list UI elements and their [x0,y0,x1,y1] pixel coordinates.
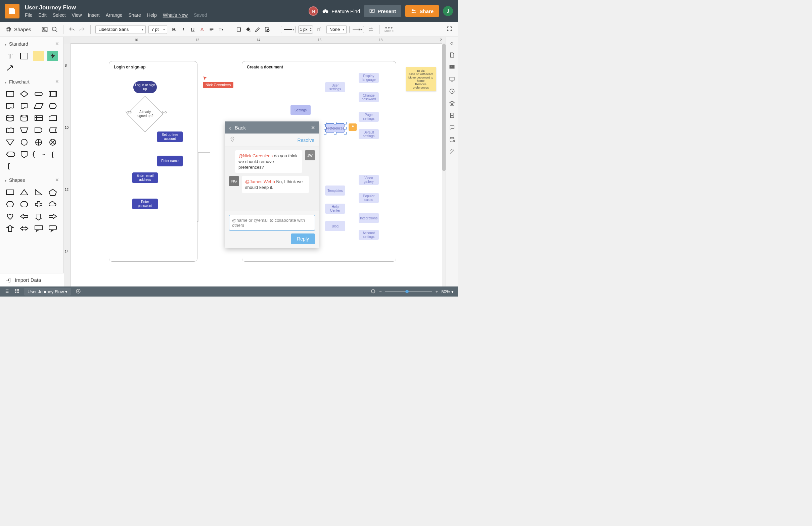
fc-brace[interactable]: ⋯ [33,150,44,159]
fc-tape[interactable] [5,125,15,135]
zoom-label[interactable]: 50% ▾ [441,289,454,294]
arrow-end-select[interactable] [349,26,364,33]
text-options-icon[interactable]: T▾ [217,26,225,33]
line-style-select[interactable] [281,26,295,33]
node-user-settings[interactable]: User settings [325,82,345,92]
node-changepw[interactable]: Change password [359,92,379,102]
node-enterpw[interactable]: Enter password [132,199,158,209]
layers-icon[interactable] [448,100,456,107]
bold-icon[interactable]: B [170,26,178,33]
fc-or[interactable] [33,137,44,147]
fc-data[interactable] [33,101,44,111]
collapse-icon[interactable]: « [450,40,453,47]
node-blog[interactable]: Blog [325,221,345,231]
fc-multidoc[interactable] [19,101,30,111]
pencil-icon[interactable] [253,26,262,33]
shape-bolt[interactable] [47,51,58,61]
node-integrations[interactable]: Integrations [359,213,379,223]
close-icon[interactable]: × [55,78,59,85]
node-setup[interactable]: Set up free account [157,132,183,142]
sh-heart[interactable] [5,212,15,221]
section-flowchart[interactable]: ▾ Flowchart × [0,76,63,87]
redo-icon[interactable] [78,26,86,33]
sh-uarrow[interactable] [5,224,15,233]
zoom-out-icon[interactable]: − [379,289,382,294]
line-routing-icon[interactable] [316,26,324,33]
fc-intstore[interactable] [33,114,44,123]
list-view-icon[interactable] [4,288,10,295]
fc-terminator[interactable] [33,89,44,99]
shape-arrow[interactable] [5,63,15,73]
vertical-scrollbar[interactable] [442,37,446,286]
comment-input[interactable]: @name or @email to collaborate with othe… [229,215,315,231]
zoom-slider[interactable] [385,291,432,292]
close-icon[interactable]: × [55,40,59,47]
fontsize-select[interactable]: 7 pt [148,25,167,34]
sh-pent[interactable] [47,187,58,197]
paste-style-icon[interactable] [263,26,271,33]
fc-display[interactable] [5,150,15,159]
sticky-note[interactable]: To do: Pass off with team Move document … [406,67,436,91]
node-pagesettings[interactable]: Page settings [359,112,379,122]
drop-icon[interactable] [448,112,456,119]
sh-hex[interactable] [5,200,15,209]
menu-view[interactable]: View [72,12,82,18]
fc-sum[interactable] [47,137,58,147]
italic-icon[interactable]: I [179,26,187,33]
sh-callout2[interactable] [47,224,58,233]
fc-storage[interactable] [47,125,58,135]
node-videogallery[interactable]: Video gallery [359,175,379,185]
menu-arrange[interactable]: Arrange [106,12,122,18]
fc-delay[interactable] [33,125,44,135]
share-button[interactable]: Share [405,5,439,17]
app-logo[interactable] [5,4,19,18]
grid-view-icon[interactable] [14,288,19,295]
fullscreen-icon[interactable] [446,26,452,33]
node-entername[interactable]: Enter name [157,156,183,166]
menu-select[interactable]: Select [53,12,66,18]
node-settings[interactable]: Settings [290,105,310,115]
fc-connector[interactable] [19,137,30,147]
user-avatar[interactable]: J [443,6,453,16]
image-icon[interactable] [41,26,48,33]
fc-cyl[interactable] [19,114,30,123]
sh-darrow[interactable] [33,212,44,221]
node-accountsettings[interactable]: Account settings [359,230,379,240]
footer-doc-select[interactable]: User Journey Flow ▾ [24,288,71,296]
fc-note[interactable] [5,162,15,171]
crop-icon[interactable] [235,26,243,33]
history-icon[interactable] [448,88,456,95]
sh-cross[interactable] [33,200,44,209]
import-data-button[interactable]: Import Data [0,273,64,286]
menu-edit[interactable]: Edit [39,12,47,18]
magic-icon[interactable] [448,148,456,155]
zoom-in-icon[interactable]: + [436,289,438,294]
close-icon[interactable]: × [55,177,59,183]
scrollbar-thumb[interactable] [442,44,446,171]
close-icon[interactable]: × [311,124,315,132]
sh-oct[interactable] [19,200,30,209]
sh-tri[interactable] [19,187,30,197]
arrow-start-select[interactable]: None [327,25,347,34]
fc-manop[interactable] [19,125,30,135]
node-templates[interactable]: Templates [325,185,345,196]
stroke-width-input[interactable]: 1 px▲▼ [298,26,313,33]
fc-offpage[interactable] [19,150,30,159]
chat-icon[interactable] [448,124,456,131]
page-icon[interactable] [448,51,456,59]
comment-back[interactable]: Back [235,125,246,131]
node-enteremail[interactable]: Enter email address [132,172,158,183]
font-select[interactable]: Liberation Sans [96,25,146,34]
present-button[interactable]: Present [364,5,401,17]
sh-rect[interactable] [5,187,15,197]
node-defaultsettings[interactable]: Default settings [359,129,379,139]
sh-rtri[interactable] [33,187,44,197]
pin-icon[interactable] [230,136,235,144]
doc-title[interactable]: User Journey Flow [25,4,207,11]
fc-decision[interactable] [19,89,30,99]
fc-card[interactable] [47,114,58,123]
shape-text[interactable]: T [5,51,15,61]
sh-cloud[interactable] [47,200,58,209]
section-standard[interactable]: ▾ Standard × [0,38,63,49]
swap-icon[interactable] [367,26,375,33]
